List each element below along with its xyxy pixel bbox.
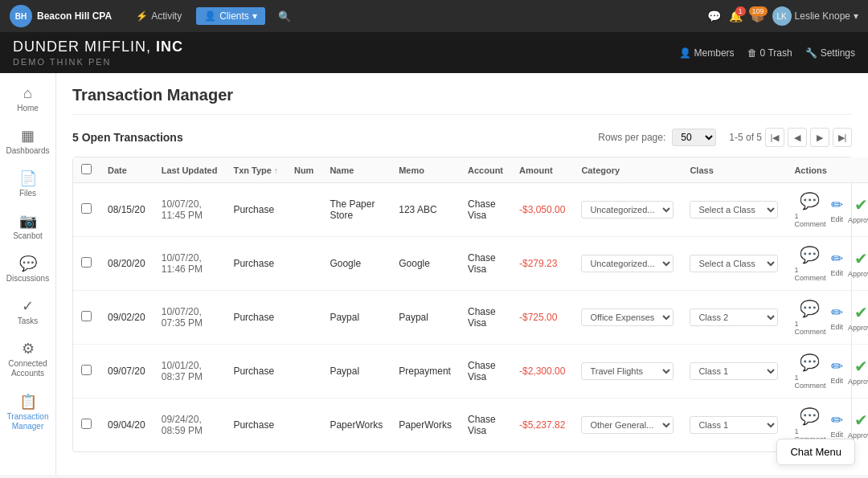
category-select-2[interactable]: Uncategorized...Office ExpensesTravel Fl… (581, 308, 674, 326)
name-cell: Google (321, 237, 391, 291)
clients-icon: 👤 (204, 10, 216, 22)
first-page-btn[interactable]: |◀ (765, 128, 784, 147)
txn-type-cell: Purchase (225, 345, 286, 398)
date-cell: 09/02/20 (100, 291, 154, 345)
class-select-3[interactable]: Select a ClassClass 1Class 2Class 3 (690, 362, 778, 380)
edit-btn-0[interactable]: ✏ Edit (830, 196, 843, 223)
select-all-checkbox[interactable] (81, 164, 92, 174)
name-cell: PaperWorks (321, 398, 391, 452)
approve-btn-3[interactable]: ✔ Approve (848, 357, 868, 386)
class-select-0[interactable]: Select a ClassClass 1Class 2Class 3 (690, 201, 778, 219)
prev-page-btn[interactable]: ◀ (788, 128, 807, 147)
chat-menu-button[interactable]: Chat Menu (776, 439, 855, 465)
nav-activity[interactable]: ⚡ Activity (128, 7, 190, 25)
class-select-1[interactable]: Select a ClassClass 1Class 2Class 3 (690, 255, 778, 272)
chat-icon-btn[interactable]: 💬 (707, 10, 721, 22)
edit-btn-1[interactable]: ✏ Edit (830, 250, 843, 277)
settings-icon: 🔧 (805, 47, 817, 59)
name-cell: Paypal (321, 345, 391, 398)
sidebar-item-tasks[interactable]: ✓ Tasks (4, 292, 52, 332)
sidebar-item-connected-accounts[interactable]: ⚙ Connected Accounts (4, 335, 52, 385)
notification-btn[interactable]: 🔔 1 (729, 10, 743, 22)
class-header: Class (682, 157, 786, 183)
row-checkbox-4[interactable] (81, 419, 92, 429)
table-controls: 5 Open Transactions Rows per page: 50 25… (72, 128, 852, 147)
sidebar-item-discussions[interactable]: 💬 Discussions (4, 250, 52, 289)
next-page-btn[interactable]: ▶ (810, 128, 829, 147)
memo-cell: Prepayment (391, 345, 460, 398)
class-cell[interactable]: Select a ClassClass 1Class 2Class 3 (682, 183, 786, 237)
approve-btn-2[interactable]: ✔ Approve (848, 303, 868, 332)
comment-icon-1: 💬 (800, 245, 820, 264)
row-checkbox-3[interactable] (81, 365, 92, 375)
approve-btn-1[interactable]: ✔ Approve (848, 249, 868, 278)
class-cell[interactable]: Select a ClassClass 1Class 2Class 3 (682, 291, 786, 345)
date-cell: 09/04/20 (100, 398, 154, 452)
table-row: 08/20/20 10/07/20, 11:46 PM Purchase Goo… (73, 237, 868, 291)
category-cell[interactable]: Uncategorized...Office ExpensesTravel Fl… (573, 398, 682, 452)
settings-btn[interactable]: 🔧 Settings (805, 47, 855, 59)
txn-type-header[interactable]: Txn Type ↑ (225, 157, 286, 183)
category-select-1[interactable]: Uncategorized...Office ExpensesTravel Fl… (581, 255, 674, 272)
category-select-3[interactable]: Uncategorized...Office ExpensesTravel Fl… (581, 362, 674, 380)
search-icon: 🔍 (278, 10, 291, 22)
comment-btn-3[interactable]: 💬 1 Comment (794, 353, 825, 390)
sidebar-item-files[interactable]: 📄 Files (4, 165, 52, 204)
approve-icon-1: ✔ (854, 249, 868, 268)
category-cell[interactable]: Uncategorized...Office ExpensesTravel Fl… (573, 291, 682, 345)
package-badge: 109 (749, 6, 768, 16)
amount-cell: -$2,300.00 (511, 345, 573, 398)
activity-icon: ⚡ (136, 10, 148, 22)
tasks-icon: ✓ (22, 299, 34, 313)
comment-btn-1[interactable]: 💬 1 Comment (794, 245, 825, 282)
class-select-2[interactable]: Select a ClassClass 1Class 2Class 3 (690, 308, 778, 326)
trash-btn[interactable]: 🗑 0 Trash (747, 47, 792, 59)
user-menu[interactable]: LK Leslie Knope ▾ (772, 6, 858, 26)
row-checkbox-cell (73, 291, 100, 345)
edit-btn-3[interactable]: ✏ Edit (830, 357, 843, 385)
class-cell[interactable]: Select a ClassClass 1Class 2Class 3 (682, 345, 786, 398)
edit-btn-2[interactable]: ✏ Edit (830, 304, 843, 331)
package-btn[interactable]: 📦 109 (751, 10, 764, 22)
nav-clients[interactable]: 👤 Clients ▾ (196, 7, 265, 25)
row-checkbox-1[interactable] (81, 257, 92, 268)
members-btn[interactable]: 👤 Members (679, 47, 735, 59)
comment-btn-0[interactable]: 💬 1 Comment (794, 191, 825, 228)
sidebar-item-transaction-manager[interactable]: 📋 Transaction Manager (4, 388, 52, 438)
actions-cell: 💬 1 Comment ✏ Edit ✔ Approve (786, 183, 868, 237)
row-checkbox-2[interactable] (81, 311, 92, 321)
num-cell (286, 345, 321, 398)
approve-btn-4[interactable]: ✔ Approve (848, 411, 868, 439)
comment-btn-2[interactable]: 💬 1 Comment (794, 299, 825, 336)
amount-cell: -$279.23 (511, 237, 573, 291)
main-layout: ⌂ Home ▦ Dashboards 📄 Files 📷 Scanbot 💬 … (0, 73, 868, 475)
members-icon: 👤 (679, 47, 691, 59)
category-select-0[interactable]: Uncategorized...Office ExpensesTravel Fl… (581, 201, 674, 219)
approve-btn-0[interactable]: ✔ Approve (848, 195, 868, 224)
transaction-table: Date Last Updated Txn Type ↑ Num Name Me… (72, 157, 852, 452)
edit-btn-4[interactable]: ✏ Edit (830, 411, 843, 439)
class-cell[interactable]: Select a ClassClass 1Class 2Class 3 (682, 237, 786, 291)
last-page-btn[interactable]: ▶| (833, 128, 852, 147)
files-icon: 📄 (19, 171, 37, 186)
sidebar-item-home[interactable]: ⌂ Home (4, 80, 52, 119)
client-sub: DEMO THINK PEN (13, 57, 183, 67)
sidebar-item-dashboards[interactable]: ▦ Dashboards (4, 122, 52, 161)
num-cell (286, 398, 321, 452)
category-cell[interactable]: Uncategorized...Office ExpensesTravel Fl… (573, 345, 682, 398)
class-cell[interactable]: Select a ClassClass 1Class 2Class 3 (682, 398, 786, 452)
rows-select[interactable]: 50 25 100 (672, 129, 716, 146)
sidebar-item-scanbot[interactable]: 📷 Scanbot (4, 207, 52, 247)
comment-icon-0: 💬 (800, 191, 820, 210)
row-checkbox-0[interactable] (81, 203, 92, 214)
page-title: Transaction Manager (72, 86, 852, 115)
row-checkbox-cell (73, 237, 100, 291)
logo-icon: BH (10, 5, 32, 27)
avatar: LK (772, 6, 792, 26)
category-cell[interactable]: Uncategorized...Office ExpensesTravel Fl… (573, 183, 682, 237)
search-button[interactable]: 🔍 (272, 7, 297, 26)
category-cell[interactable]: Uncategorized...Office ExpensesTravel Fl… (573, 237, 682, 291)
chat-icon: 💬 (707, 10, 721, 22)
class-select-4[interactable]: Select a ClassClass 1Class 2Class 3 (690, 416, 778, 434)
category-select-4[interactable]: Uncategorized...Office ExpensesTravel Fl… (581, 416, 674, 434)
